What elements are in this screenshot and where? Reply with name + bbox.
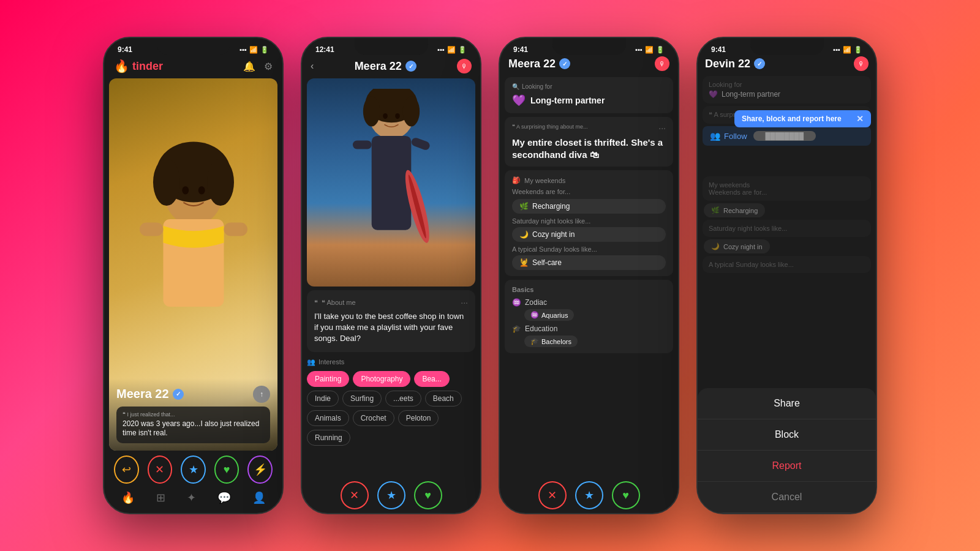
saturday-label-4: Saturday night looks like... xyxy=(709,225,787,232)
weekends-label-4: My weekends xyxy=(709,181,865,189)
sliders-icon[interactable]: ⚙ xyxy=(264,61,273,72)
surprising-text-3: My entire closet is thrifted. She's a se… xyxy=(512,137,666,160)
like-button[interactable]: ♥ xyxy=(214,455,239,484)
sunday-section-4: A typical Sunday looks like... xyxy=(703,256,871,273)
lf-value-3: 💜 Long-term partner xyxy=(512,94,666,107)
lf-section-4: Looking for 💜 Long-term partner xyxy=(703,76,871,103)
back-button-2[interactable]: ‹ xyxy=(311,61,314,72)
svg-point-3 xyxy=(207,159,234,206)
profile-name-4: Devin 22 ✓ xyxy=(705,58,765,70)
verified-badge-3: ✓ xyxy=(559,58,570,69)
interest-bea[interactable]: Bea... xyxy=(414,371,449,387)
nav-profile-icon[interactable]: 👤 xyxy=(252,491,266,504)
nope-button-2[interactable]: ✕ xyxy=(341,481,369,509)
phone1-header: 🔥 tinder 🔔 ⚙ xyxy=(104,56,282,78)
interest-eets[interactable]: ...eets xyxy=(385,391,421,407)
interest-running[interactable]: Running xyxy=(307,430,350,446)
nav-chat-icon[interactable]: 💬 xyxy=(217,491,231,504)
action-buttons-1: ↩ ✕ ★ ♥ ⚡ xyxy=(104,451,282,487)
rewind-button[interactable]: ↩ xyxy=(114,455,139,484)
phone4-name-row: Devin 22 ✓ 🎙 xyxy=(703,56,871,71)
mic-button-4[interactable]: 🎙 xyxy=(854,56,869,71)
profile-name-2: Meera 22 ✓ xyxy=(355,60,417,73)
recharging-chip-4: 🌿 Recharging xyxy=(704,203,765,217)
phone-2: 12:41 ▪▪▪ 📶 🔋 ‹ Meera 22 ✓ 🎙 xyxy=(301,37,481,514)
interest-crochet[interactable]: Crochet xyxy=(353,410,394,426)
action-buttons-2: ✕ ★ ♥ xyxy=(302,476,480,513)
nav-grid-icon[interactable]: ⊞ xyxy=(156,491,165,504)
interest-indie[interactable]: Indie xyxy=(307,391,339,407)
cancel-option[interactable]: Cancel xyxy=(698,482,876,513)
phone-4: 9:41 ▪▪▪ 📶 🔋 Devin 22 ✓ 🎙 Looking for 💜 xyxy=(696,37,877,514)
profile-image-1[interactable]: Meera 22 ✓ ↑ ❝ I just realized that... 2… xyxy=(109,78,277,451)
nope-button-3[interactable]: ✕ xyxy=(538,481,567,509)
svg-point-19 xyxy=(395,113,400,119)
star-button-3[interactable]: ★ xyxy=(575,481,603,509)
svg-rect-6 xyxy=(224,222,247,236)
flame-icon: 🔥 xyxy=(114,59,129,73)
svg-point-11 xyxy=(363,96,380,126)
nav-sparkle-icon[interactable]: ✦ xyxy=(187,491,196,504)
sunday-label-4: A typical Sunday looks like... xyxy=(709,261,794,268)
time-2: 12:41 xyxy=(315,45,334,54)
like-button-3[interactable]: ♥ xyxy=(612,481,640,509)
star-button-2[interactable]: ★ xyxy=(377,481,405,509)
share-block-report-tooltip[interactable]: Share, block and report here ✕ xyxy=(734,110,871,127)
status-icons-4: ▪▪▪ 📶 🔋 xyxy=(833,46,862,54)
block-option[interactable]: Block xyxy=(698,419,876,451)
nope-button[interactable]: ✕ xyxy=(148,455,173,484)
interest-painting[interactable]: Painting xyxy=(307,371,349,387)
verified-badge-1: ✓ xyxy=(173,389,184,400)
interest-beach[interactable]: Beach xyxy=(425,391,462,407)
about-me-header: ❝ ❝ About me ··· xyxy=(314,298,468,307)
lf-value-4: 💜 Long-term partner xyxy=(709,90,865,99)
notch-1 xyxy=(157,38,230,55)
svg-rect-5 xyxy=(140,222,164,236)
interest-surfing[interactable]: Surfing xyxy=(342,391,382,407)
surprising-menu-3[interactable]: ··· xyxy=(658,123,666,133)
verified-badge-2: ✓ xyxy=(405,61,417,72)
notch-4 xyxy=(750,38,824,55)
like-button-2[interactable]: ♥ xyxy=(414,481,442,509)
mic-button-2[interactable]: 🎙 xyxy=(457,59,472,73)
profile-info-overlay-1: Meera 22 ✓ ↑ ❝ I just realized that... 2… xyxy=(109,378,277,451)
status-icons-3: ▪▪▪ 📶 🔋 xyxy=(635,46,665,54)
basics-label-3: Basics xyxy=(512,286,666,293)
interest-animals[interactable]: Animals xyxy=(307,410,349,426)
zodiac-value-3: ♒ Aquarius xyxy=(524,309,666,321)
svg-point-2 xyxy=(153,159,180,206)
header-right-2: 🎙 xyxy=(457,59,472,73)
share-option[interactable]: Share xyxy=(698,388,876,419)
star-button[interactable]: ★ xyxy=(181,455,206,484)
lf-label-4: Looking for xyxy=(709,81,865,88)
education-value-3: 🎓 Bachelors xyxy=(524,335,666,347)
cozy-night-chip-4: 🌙 Cozy night in xyxy=(704,239,770,253)
report-option[interactable]: Report xyxy=(698,451,876,482)
tooltip-close-icon[interactable]: ✕ xyxy=(856,114,864,124)
about-me-menu[interactable]: ··· xyxy=(461,298,468,307)
about-me-label: ❝ ❝ About me xyxy=(314,299,356,307)
looking-for-section-3: 🔍 Looking for 💜 Long-term partner xyxy=(505,77,673,113)
status-icons-1: ▪▪▪ 📶 🔋 xyxy=(239,46,269,54)
nav-flame-icon[interactable]: 🔥 xyxy=(121,491,135,504)
mic-button-3[interactable]: 🎙 xyxy=(655,56,669,71)
weekends-sublabel-4: Weekends are for... xyxy=(709,189,865,196)
bell-icon[interactable]: 🔔 xyxy=(243,61,255,72)
profile-name-3: Meera 22 ✓ xyxy=(508,58,570,70)
boost-arrow-1[interactable]: ↑ xyxy=(253,386,270,403)
boost-button[interactable]: ⚡ xyxy=(247,455,273,484)
interests-label: 👥 Interests xyxy=(307,358,475,366)
weekends-label-3: 🎒 My weekends xyxy=(512,176,666,184)
basics-section-3: Basics ♒ Zodiac ♒ Aquarius 🎓 Education 🎓… xyxy=(505,280,673,353)
phone-1: 9:41 ▪▪▪ 📶 🔋 🔥 tinder 🔔 ⚙ xyxy=(103,37,284,514)
tinder-text: tinder xyxy=(132,60,163,73)
notch-2 xyxy=(355,38,428,55)
surprising-label-3: ❝ A surprising thing about me... xyxy=(512,124,588,130)
phone4-content: Devin 22 ✓ 🎙 Looking for 💜 Long-term par… xyxy=(698,56,876,513)
interest-peloton[interactable]: Peloton xyxy=(398,410,439,426)
phone3-content: Meera 22 ✓ 🎙 🔍 Looking for 💜 Long-term p… xyxy=(500,56,678,478)
profile-photo-2 xyxy=(307,78,475,287)
zodiac-item-3: ♒ Zodiac xyxy=(512,298,666,307)
quote-label-1: ❝ I just realized that... xyxy=(123,411,264,418)
interest-photography[interactable]: Photography xyxy=(353,371,410,387)
